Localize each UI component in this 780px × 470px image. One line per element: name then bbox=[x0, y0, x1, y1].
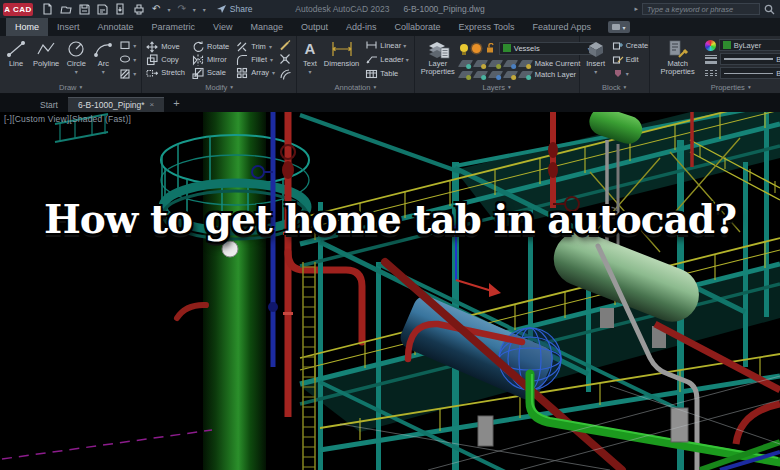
undo-caret-icon[interactable]: ▾ bbox=[167, 6, 170, 13]
search-expand-icon[interactable]: ▸ bbox=[634, 5, 638, 13]
tab-view[interactable]: View bbox=[204, 18, 241, 36]
tab-manage[interactable]: Manage bbox=[241, 18, 292, 36]
layer-lock-icon[interactable] bbox=[503, 60, 518, 67]
tab-addins[interactable]: Add-ins bbox=[337, 18, 386, 36]
lineweight-icon bbox=[705, 55, 717, 64]
copy-tool[interactable]: Copy bbox=[146, 53, 185, 66]
rectangle-tool[interactable]: ▾ bbox=[119, 39, 136, 51]
tab-collaborate[interactable]: Collaborate bbox=[386, 18, 450, 36]
save-icon[interactable] bbox=[79, 4, 90, 15]
arc-tool[interactable]: Arc ▾ bbox=[91, 38, 115, 81]
file-tab-bar: Start 6-B-1000_Piping* × + bbox=[0, 94, 780, 112]
explode-tool[interactable] bbox=[279, 53, 291, 65]
layer-unisolate-icon[interactable] bbox=[458, 71, 473, 78]
lineweight-dropdown[interactable]: ByLayer bbox=[720, 53, 780, 65]
layer-thaw-icon[interactable] bbox=[472, 44, 481, 53]
plot-icon[interactable] bbox=[133, 4, 145, 15]
file-tab-document[interactable]: 6-B-1000_Piping* × bbox=[68, 97, 164, 112]
tab-express-tools[interactable]: Express Tools bbox=[450, 18, 524, 36]
rotate-tool[interactable]: Rotate bbox=[192, 40, 229, 53]
layer-unlock-icon[interactable] bbox=[485, 39, 495, 57]
match-properties-tool[interactable]: Match Properties bbox=[654, 38, 702, 81]
block-authoring-tool[interactable]: ▾ bbox=[612, 68, 649, 79]
ribbon-display-toggle[interactable]: ▾ bbox=[608, 21, 630, 33]
circle-tool[interactable]: Circle ▾ bbox=[64, 38, 88, 81]
tab-parametric[interactable]: Parametric bbox=[143, 18, 205, 36]
object-color-dropdown[interactable]: ByLayer bbox=[719, 39, 780, 51]
trim-tool[interactable]: Trim▾ bbox=[236, 40, 275, 53]
close-tab-icon[interactable]: × bbox=[150, 100, 155, 109]
new-file-icon[interactable] bbox=[42, 3, 53, 15]
search-input[interactable] bbox=[642, 3, 760, 15]
file-tab-start[interactable]: Start bbox=[30, 97, 68, 112]
mirror-icon bbox=[192, 54, 204, 66]
match-layer-icon[interactable] bbox=[518, 71, 533, 78]
panel-layers-footer[interactable]: Layers▾ bbox=[415, 81, 579, 93]
polyline-tool[interactable]: Polyline bbox=[31, 38, 61, 81]
layer-thaw-all-icon[interactable] bbox=[473, 71, 488, 78]
panel-block-footer[interactable]: Block▾ bbox=[580, 81, 649, 93]
panel-annotation-footer[interactable]: Annotation▾ bbox=[297, 81, 414, 93]
layer-off-icon[interactable] bbox=[488, 60, 503, 67]
make-current-button[interactable]: Make Current bbox=[535, 59, 580, 68]
linetype-dropdown[interactable]: ByLayer bbox=[720, 67, 780, 79]
erase-tool[interactable] bbox=[279, 39, 291, 51]
save-as-icon[interactable] bbox=[97, 4, 108, 15]
customize-qat-caret-icon[interactable]: ▾ bbox=[203, 6, 206, 13]
leader-tool[interactable]: Leader▾ bbox=[365, 54, 408, 64]
undo-icon[interactable]: ↶ bbox=[152, 4, 160, 14]
panel-draw-footer[interactable]: Draw▾ bbox=[0, 81, 141, 93]
paper-plane-icon bbox=[216, 4, 227, 14]
layer-on-icon[interactable] bbox=[460, 44, 468, 52]
scale-tool[interactable]: Scale bbox=[192, 66, 229, 79]
piping-model-3d bbox=[0, 112, 780, 470]
stretch-tool[interactable]: Stretch bbox=[146, 66, 185, 79]
create-block-tool[interactable]: Create bbox=[612, 40, 649, 51]
tab-annotate[interactable]: Annotate bbox=[89, 18, 143, 36]
layer-on-all-icon[interactable] bbox=[488, 71, 503, 78]
drawing-viewport[interactable]: [-][Custom View][Shaded (Fast)] How to g… bbox=[0, 112, 780, 470]
new-tab-button[interactable]: + bbox=[173, 97, 179, 109]
app-logo[interactable]: A CAD bbox=[3, 3, 33, 16]
linear-dimension-tool[interactable]: Linear▾ bbox=[365, 40, 408, 50]
panel-modify-footer[interactable]: Modify▾ bbox=[142, 81, 296, 93]
dimension-tool[interactable]: Dimension bbox=[322, 38, 361, 81]
redo-icon[interactable]: ↷ bbox=[177, 4, 185, 14]
tab-featured-apps[interactable]: Featured Apps bbox=[523, 18, 600, 36]
rotate-icon bbox=[192, 41, 204, 53]
insert-block-tool[interactable]: Insert ▾ bbox=[584, 38, 608, 81]
document-title: 6-B-1000_Piping.dwg bbox=[403, 4, 484, 14]
offset-tool[interactable] bbox=[279, 68, 291, 80]
tab-insert[interactable]: Insert bbox=[48, 18, 89, 36]
color-wheel-icon[interactable] bbox=[705, 40, 716, 51]
layer-unlock-all-icon[interactable] bbox=[503, 71, 518, 78]
tab-home[interactable]: Home bbox=[6, 18, 48, 36]
hatch-tool[interactable]: ▾ bbox=[119, 68, 136, 80]
panel-layers: Layer Properties Vessels ▾ bbox=[415, 36, 580, 93]
viewport-controls[interactable]: [-][Custom View][Shaded (Fast)] bbox=[4, 114, 131, 124]
text-tool[interactable]: A Text ▾ bbox=[301, 38, 319, 81]
text-icon: A bbox=[305, 39, 316, 59]
edit-block-tool[interactable]: Edit bbox=[612, 54, 649, 65]
tab-output[interactable]: Output bbox=[292, 18, 337, 36]
circle-icon bbox=[66, 39, 86, 59]
array-tool[interactable]: Array▾ bbox=[236, 66, 275, 79]
panel-block: Insert ▾ Create Edit ▾ Block▾ bbox=[580, 36, 650, 93]
redo-caret-icon[interactable]: ▾ bbox=[193, 6, 196, 13]
layer-freeze-icon[interactable] bbox=[473, 60, 488, 67]
table-tool[interactable]: Table bbox=[365, 69, 408, 79]
panel-properties-footer[interactable]: Properties▾ bbox=[650, 81, 780, 93]
export-icon[interactable] bbox=[115, 3, 126, 15]
mirror-tool[interactable]: Mirror bbox=[192, 53, 229, 66]
move-tool[interactable]: Move bbox=[146, 40, 185, 53]
magnifier-icon[interactable] bbox=[764, 4, 775, 15]
open-file-icon[interactable] bbox=[60, 3, 72, 15]
layer-isolate-icon[interactable] bbox=[458, 60, 473, 67]
line-tool[interactable]: Line bbox=[4, 38, 28, 81]
share-button[interactable]: Share bbox=[216, 4, 253, 14]
layer-properties-tool[interactable]: Layer Properties bbox=[419, 38, 457, 81]
ellipse-tool[interactable]: ▾ bbox=[119, 53, 136, 65]
fillet-tool[interactable]: Fillet▾ bbox=[236, 53, 275, 66]
match-layer-button[interactable]: Match Layer bbox=[535, 70, 576, 79]
make-current-icon[interactable] bbox=[518, 60, 533, 67]
